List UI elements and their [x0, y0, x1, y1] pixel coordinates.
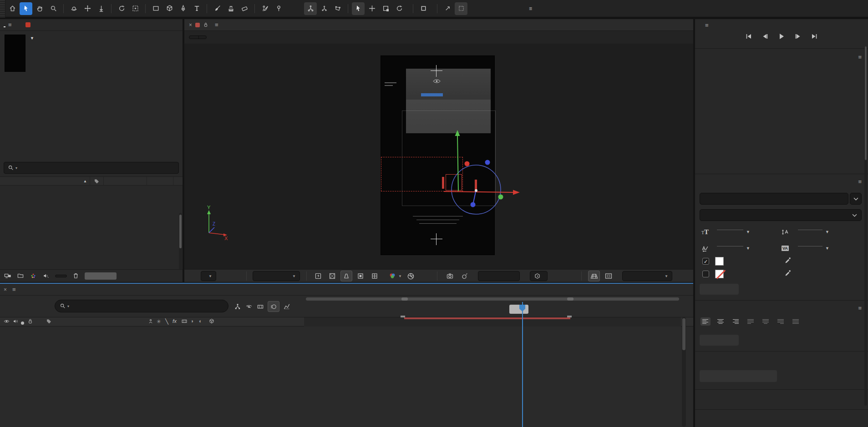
- navigator-handle[interactable]: [567, 297, 574, 301]
- paragraph-menu-icon[interactable]: ≡: [858, 305, 862, 311]
- fill-checkbox[interactable]: ✓: [702, 258, 709, 265]
- font-family-select[interactable]: [700, 193, 862, 205]
- column-name[interactable]: ▲: [0, 177, 90, 185]
- timeline-ruler-area[interactable]: [304, 296, 681, 317]
- grow-bounds-icon[interactable]: [441, 2, 454, 15]
- motion-blur-icon[interactable]: [268, 301, 279, 311]
- orbit-camera-tool[interactable]: [67, 2, 80, 15]
- project-footer-blank-button[interactable]: [85, 272, 117, 280]
- chevron-down-icon[interactable]: ▼: [825, 246, 829, 251]
- trash-icon[interactable]: [72, 272, 79, 279]
- current-time-indicator-box[interactable]: [509, 305, 528, 314]
- audio-column-icon[interactable]: [12, 318, 19, 324]
- timeline-search-input[interactable]: ▾: [55, 300, 228, 312]
- hand-tool[interactable]: [33, 2, 46, 15]
- universal-scale-tool[interactable]: [379, 2, 392, 15]
- justify-last-center-icon[interactable]: [761, 317, 771, 326]
- preview-menu-icon[interactable]: ≡: [705, 22, 709, 29]
- video-column-icon[interactable]: [3, 318, 10, 324]
- align-center-icon[interactable]: [716, 317, 726, 326]
- pen-tool[interactable]: [177, 2, 189, 15]
- play-button[interactable]: [776, 32, 787, 41]
- last-frame-button[interactable]: [808, 32, 820, 41]
- snapping-checkbox[interactable]: [417, 2, 430, 15]
- tab-project[interactable]: [4, 23, 5, 27]
- search-options-chevron[interactable]: ▾: [67, 304, 69, 308]
- region-of-interest-icon[interactable]: [355, 271, 366, 281]
- channel-select-icon[interactable]: ▼: [388, 271, 402, 281]
- chevron-down-icon[interactable]: ▼: [746, 246, 750, 251]
- ground-plane-icon[interactable]: [589, 271, 599, 281]
- brush-tool[interactable]: [211, 2, 223, 15]
- next-frame-button[interactable]: [792, 32, 804, 41]
- frame-blending-icon[interactable]: [257, 303, 264, 310]
- kerning-value[interactable]: [717, 246, 743, 246]
- dolly-camera-tool[interactable]: [95, 2, 107, 15]
- fill-eyedropper-icon[interactable]: [784, 257, 792, 264]
- orbit-free-tool[interactable]: [331, 2, 344, 15]
- project-flowchart-icon[interactable]: [4, 272, 11, 279]
- 3d-gizmo[interactable]: [408, 124, 527, 215]
- justify-last-left-icon[interactable]: [746, 317, 756, 326]
- timeline-tab-menu-icon[interactable]: ≡: [12, 286, 16, 293]
- collapse-switch-icon[interactable]: ✳: [157, 318, 161, 325]
- stroke-checkbox[interactable]: [702, 271, 709, 277]
- workspace-menu-icon[interactable]: ≡: [528, 1, 533, 16]
- composition-video-frame[interactable]: [381, 56, 494, 255]
- home-icon[interactable]: [6, 2, 19, 15]
- cube-tool[interactable]: [163, 2, 176, 15]
- fast-previews-icon[interactable]: [313, 271, 324, 281]
- extended-viewer-icon[interactable]: [603, 271, 614, 281]
- solo-column-icon[interactable]: [21, 320, 24, 326]
- justify-last-right-icon[interactable]: [776, 317, 786, 326]
- project-bit-depth[interactable]: [55, 275, 67, 277]
- breadcrumb-comp[interactable]: [189, 36, 198, 39]
- graph-editor-icon[interactable]: [283, 303, 290, 310]
- project-item-name[interactable]: ▼: [30, 35, 34, 41]
- font-size-value[interactable]: [717, 229, 743, 230]
- composition-mini-flowchart-icon[interactable]: [234, 303, 241, 310]
- leading-value[interactable]: [798, 229, 822, 230]
- mask-visibility-icon[interactable]: [341, 271, 352, 281]
- magnification-select[interactable]: ▼: [201, 271, 216, 281]
- project-panel-menu-icon[interactable]: ≡: [8, 21, 12, 28]
- close-icon[interactable]: ×: [4, 286, 7, 293]
- interpret-footage-icon[interactable]: [42, 272, 50, 279]
- time-ruler[interactable]: [304, 303, 681, 317]
- zoom-tool[interactable]: [47, 2, 60, 15]
- viewer-timecode[interactable]: [478, 271, 520, 281]
- universal-rotate-tool[interactable]: [393, 2, 406, 15]
- paragraph-more-button[interactable]: [700, 335, 739, 346]
- rectangle-tool[interactable]: [149, 2, 162, 15]
- align-left-icon[interactable]: [700, 317, 711, 326]
- column-label[interactable]: [90, 177, 104, 185]
- adjustment-switch-icon[interactable]: ◐: [199, 318, 202, 324]
- toolbar-grip[interactable]: [0, 0, 5, 17]
- text-menu-icon[interactable]: ≡: [858, 178, 862, 185]
- properties-menu-icon[interactable]: ≡: [858, 54, 862, 60]
- universal-select-tool[interactable]: [352, 2, 365, 15]
- project-scrollbar[interactable]: [179, 213, 182, 269]
- composition-panel-menu-icon[interactable]: ≡: [215, 21, 218, 28]
- navigator-handle[interactable]: [401, 297, 408, 301]
- puppet-pin-tool[interactable]: [272, 2, 285, 15]
- font-style-select[interactable]: [700, 209, 862, 221]
- justify-all-icon[interactable]: [791, 317, 801, 326]
- marquee-region-icon[interactable]: [455, 2, 467, 15]
- column-size[interactable]: [147, 177, 173, 185]
- label-column-icon[interactable]: [46, 318, 52, 324]
- motion-blur-switch-icon[interactable]: ◑: [190, 318, 193, 324]
- renderer-select[interactable]: ▼: [622, 271, 672, 281]
- text-more-button[interactable]: [700, 284, 739, 295]
- frame-blend-switch-icon[interactable]: [181, 318, 188, 324]
- rotation-tool[interactable]: [115, 2, 128, 15]
- shy-layers-icon[interactable]: [245, 303, 253, 310]
- selection-tool[interactable]: [20, 2, 32, 15]
- draft-3d-toggle[interactable]: [530, 271, 548, 281]
- close-icon[interactable]: ×: [189, 22, 192, 28]
- lock-icon[interactable]: [203, 22, 208, 28]
- fill-color-swatch[interactable]: [715, 257, 724, 266]
- new-folder-icon[interactable]: [17, 272, 24, 279]
- pan-camera-tool[interactable]: [81, 2, 94, 15]
- show-snapshot-icon[interactable]: [461, 271, 468, 281]
